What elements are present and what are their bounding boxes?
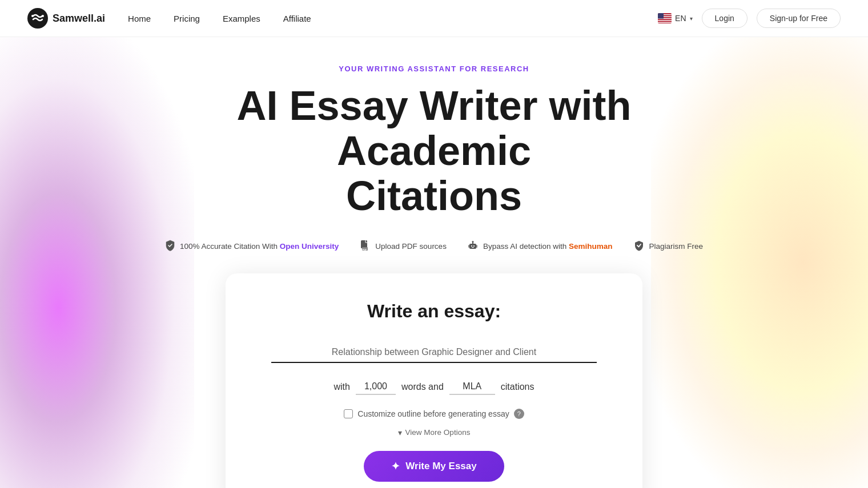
nav-left: Samwell.ai Home Pricing Examples Affilia… bbox=[27, 8, 311, 29]
nav-link-examples[interactable]: Examples bbox=[223, 14, 260, 23]
svg-rect-10 bbox=[361, 240, 367, 248]
help-icon[interactable]: ? bbox=[514, 409, 524, 419]
lang-selector[interactable]: EN ▾ bbox=[658, 13, 692, 23]
nav-link-pricing[interactable]: Pricing bbox=[174, 14, 200, 23]
feature-ai: Bypass AI detection with Semihuman bbox=[467, 240, 613, 253]
words-label-after: words and bbox=[401, 382, 444, 392]
svg-text:PDF: PDF bbox=[363, 248, 368, 251]
svg-rect-7 bbox=[658, 20, 672, 21]
svg-rect-20 bbox=[476, 245, 477, 248]
nav-link-affiliate[interactable]: Affiliate bbox=[283, 14, 311, 23]
citation-style-input[interactable] bbox=[449, 379, 495, 395]
svg-point-2 bbox=[42, 15, 44, 17]
hero-title-line2: Citations bbox=[346, 173, 522, 219]
write-essay-button[interactable]: ✦ Write My Essay bbox=[364, 451, 504, 482]
shield-icon bbox=[165, 240, 175, 253]
check-shield-icon bbox=[633, 240, 645, 253]
svg-rect-9 bbox=[658, 13, 664, 19]
hero-title: AI Essay Writer with Academic Citations bbox=[177, 83, 691, 219]
feature-badges: 100% Accurate Citation With Open Univers… bbox=[165, 240, 703, 253]
nav-link-home[interactable]: Home bbox=[128, 14, 151, 23]
svg-rect-14 bbox=[471, 245, 472, 247]
hero-subtitle: YOUR WRITING ASSISTANT FOR RESEARCH bbox=[339, 64, 529, 73]
logo[interactable]: Samwell.ai bbox=[27, 8, 105, 29]
login-button[interactable]: Login bbox=[702, 9, 748, 28]
svg-rect-16 bbox=[472, 247, 474, 248]
pdf-icon: PDF bbox=[359, 240, 371, 253]
logo-text: Samwell.ai bbox=[53, 13, 105, 25]
word-count-input[interactable] bbox=[356, 379, 396, 395]
customize-label: Customize outline before generating essa… bbox=[357, 409, 509, 418]
robot-icon bbox=[467, 240, 479, 253]
lang-label: EN bbox=[675, 14, 686, 23]
essay-card: Write an essay: with words and citations… bbox=[226, 273, 642, 488]
flag-icon bbox=[658, 13, 672, 23]
svg-rect-19 bbox=[468, 245, 469, 248]
svg-rect-8 bbox=[658, 22, 672, 23]
logo-icon bbox=[27, 8, 48, 29]
view-more-label: View More Options bbox=[405, 428, 471, 437]
write-essay-label: Write My Essay bbox=[405, 461, 476, 472]
svg-rect-13 bbox=[469, 244, 476, 249]
citations-label: citations bbox=[501, 382, 535, 392]
nav-right: EN ▾ Login Sign-up for Free bbox=[658, 9, 841, 28]
feature-plagiarism-text: Plagiarism Free bbox=[649, 242, 704, 251]
feature-pdf-text: Upload PDF sources bbox=[375, 242, 447, 251]
essay-topic-input[interactable] bbox=[271, 342, 597, 363]
open-university-link[interactable]: Open University bbox=[280, 242, 339, 251]
feature-pdf: PDF Upload PDF sources bbox=[359, 240, 447, 253]
feature-citation: 100% Accurate Citation With Open Univers… bbox=[165, 240, 339, 253]
signup-button[interactable]: Sign-up for Free bbox=[757, 9, 841, 28]
feature-plagiarism: Plagiarism Free bbox=[633, 240, 704, 253]
svg-point-0 bbox=[27, 8, 48, 29]
card-title: Write an essay: bbox=[367, 301, 501, 322]
hero-title-line1: AI Essay Writer with Academic bbox=[237, 83, 632, 174]
main-content: YOUR WRITING ASSISTANT FOR RESEARCH AI E… bbox=[0, 37, 868, 488]
words-label-before: with bbox=[334, 382, 350, 392]
star-icon: ✦ bbox=[391, 460, 400, 473]
chevron-down-icon: ▾ bbox=[690, 15, 693, 22]
customize-row: Customize outline before generating essa… bbox=[344, 409, 524, 419]
feature-ai-text: Bypass AI detection with Semihuman bbox=[483, 242, 613, 251]
navbar: Samwell.ai Home Pricing Examples Affilia… bbox=[0, 0, 868, 37]
semihuman-link[interactable]: Semihuman bbox=[569, 242, 613, 251]
customize-checkbox[interactable] bbox=[344, 409, 353, 418]
view-more-options[interactable]: ▾ View More Options bbox=[398, 428, 471, 437]
svg-point-1 bbox=[31, 15, 34, 17]
chevron-down-view-icon: ▾ bbox=[398, 428, 402, 437]
options-row: with words and citations bbox=[334, 379, 535, 395]
nav-links: Home Pricing Examples Affiliate bbox=[128, 14, 311, 23]
svg-point-18 bbox=[472, 241, 473, 243]
svg-rect-15 bbox=[473, 245, 475, 247]
feature-citation-text: 100% Accurate Citation With Open Univers… bbox=[180, 242, 339, 251]
